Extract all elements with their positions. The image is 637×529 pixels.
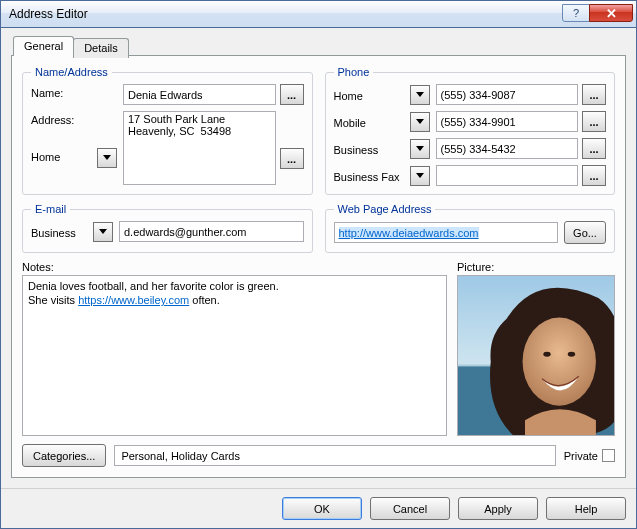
notes-input[interactable]: Denia loves football, and her favorite c… <box>22 275 447 436</box>
apply-button[interactable]: Apply <box>458 497 538 520</box>
phone-row-label: Mobile <box>334 114 406 129</box>
phone-type-dropdown[interactable] <box>410 85 430 105</box>
help-button[interactable]: ? <box>562 4 590 22</box>
phone-row-label: Business Fax <box>334 168 406 183</box>
titlebar-controls: ? ✕ <box>563 4 633 24</box>
svg-marker-1 <box>416 92 424 97</box>
group-email: E-mail Business <box>22 203 313 253</box>
titlebar: Address Editor ? ✕ <box>1 1 636 28</box>
phone-more-button[interactable]: ... <box>582 138 606 159</box>
svg-marker-5 <box>99 229 107 234</box>
picture-frame[interactable] <box>457 275 615 436</box>
chevron-down-icon <box>416 173 424 179</box>
svg-marker-0 <box>103 155 111 160</box>
phone-more-button[interactable]: ... <box>582 165 606 186</box>
private-toggle: Private <box>564 449 615 462</box>
phone-type-dropdown[interactable] <box>410 112 430 132</box>
address-label: Address: <box>31 111 93 126</box>
contact-photo <box>458 276 614 435</box>
phone-type-dropdown[interactable] <box>410 166 430 186</box>
categories-input[interactable] <box>114 445 555 466</box>
svg-point-10 <box>568 352 575 357</box>
client-area: General Details Name/Address Name: ... A… <box>1 28 636 488</box>
address-type-label: Home <box>31 148 93 163</box>
web-url-text: http://www.deiaedwards.com <box>339 227 479 239</box>
help-button[interactable]: Help <box>546 497 626 520</box>
picture-label: Picture: <box>457 261 615 273</box>
address-more-button[interactable]: ... <box>280 148 304 169</box>
private-checkbox[interactable] <box>602 449 615 462</box>
group-label-name-address: Name/Address <box>31 66 112 78</box>
window-title: Address Editor <box>9 7 563 21</box>
tab-panel-general: Name/Address Name: ... Address: 17 South… <box>11 55 626 478</box>
notes-label: Notes: <box>22 261 447 273</box>
chevron-down-icon <box>99 229 107 235</box>
phone-input[interactable] <box>436 84 579 105</box>
phone-row-label: Home <box>334 87 406 102</box>
group-label-web: Web Page Address <box>334 203 436 215</box>
phone-more-button[interactable]: ... <box>582 111 606 132</box>
notes-link[interactable]: https://www.beiley.com <box>78 294 189 306</box>
name-label: Name: <box>31 84 93 99</box>
phone-type-dropdown[interactable] <box>410 139 430 159</box>
email-type-dropdown[interactable] <box>93 222 113 242</box>
svg-marker-3 <box>416 146 424 151</box>
address-editor-window: Address Editor ? ✕ General Details Name/… <box>0 0 637 529</box>
email-input[interactable] <box>119 221 304 242</box>
group-label-email: E-mail <box>31 203 70 215</box>
notes-text: Denia loves football, and her favorite c… <box>28 280 279 292</box>
cancel-button[interactable]: Cancel <box>370 497 450 520</box>
email-type-label: Business <box>31 224 89 239</box>
tab-general[interactable]: General <box>13 36 74 56</box>
close-button[interactable]: ✕ <box>589 4 633 22</box>
svg-point-8 <box>523 318 596 406</box>
chevron-down-icon <box>416 92 424 98</box>
picture-section: Picture: <box>457 261 615 436</box>
group-phone: Phone Home ... Mobile ... Business .. <box>325 66 616 195</box>
private-label: Private <box>564 450 598 462</box>
address-input[interactable]: 17 South Park Lane Heavenly, SC 53498 <box>123 111 276 185</box>
notes-section: Notes: Denia loves football, and her fav… <box>22 261 447 436</box>
ok-button[interactable]: OK <box>282 497 362 520</box>
dialog-buttons: OK Cancel Apply Help <box>1 488 636 528</box>
web-url-input[interactable]: http://www.deiaedwards.com <box>334 222 559 243</box>
phone-row-label: Business <box>334 141 406 156</box>
chevron-down-icon <box>103 155 111 161</box>
phone-input[interactable] <box>436 138 579 159</box>
group-web: Web Page Address http://www.deiaedwards.… <box>325 203 616 253</box>
group-name-address: Name/Address Name: ... Address: 17 South… <box>22 66 313 195</box>
svg-marker-2 <box>416 119 424 124</box>
phone-more-button[interactable]: ... <box>582 84 606 105</box>
svg-point-9 <box>543 352 550 357</box>
notes-text: She visits <box>28 294 78 306</box>
phone-input[interactable] <box>436 111 579 132</box>
name-input[interactable] <box>123 84 276 105</box>
go-button[interactable]: Go... <box>564 221 606 244</box>
notes-text: often. <box>189 294 220 306</box>
chevron-down-icon <box>416 119 424 125</box>
tab-details[interactable]: Details <box>73 38 129 58</box>
address-type-dropdown[interactable] <box>97 148 117 168</box>
group-label-phone: Phone <box>334 66 374 78</box>
chevron-down-icon <box>416 146 424 152</box>
svg-marker-4 <box>416 173 424 178</box>
name-more-button[interactable]: ... <box>280 84 304 105</box>
phone-input[interactable] <box>436 165 579 186</box>
categories-button[interactable]: Categories... <box>22 444 106 467</box>
tabstrip: General Details <box>11 36 626 56</box>
